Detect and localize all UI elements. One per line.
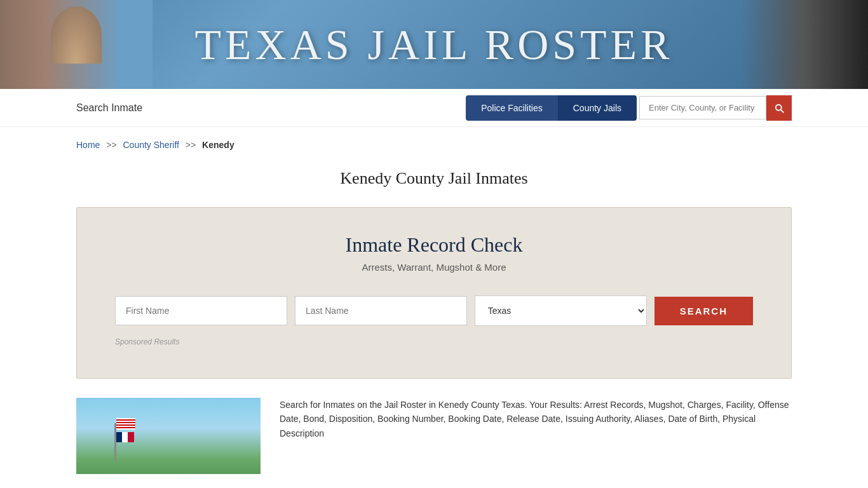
record-check-title: Inmate Record Check [115, 233, 753, 257]
record-search-button[interactable]: SEARCH [654, 297, 753, 325]
breadcrumb-sep2: >> [186, 140, 196, 150]
police-facilities-button[interactable]: Police Facilities [466, 95, 557, 121]
record-check-subtitle: Arrests, Warrant, Mugshot & More [115, 262, 753, 273]
banner-right-decoration [741, 0, 868, 89]
page-title: Kenedy County Jail Inmates [0, 169, 868, 188]
nav-search-wrapper [639, 95, 792, 121]
us-flag [116, 418, 135, 430]
banner-capitol-image [0, 0, 153, 89]
sponsored-label: Sponsored Results [115, 337, 753, 346]
site-title: Texas Jail Roster [194, 20, 673, 70]
bottom-description: Search for Inmates on the Jail Roster in… [280, 398, 792, 474]
header-banner: Texas Jail Roster [0, 0, 868, 89]
state-select[interactable]: AlabamaAlaskaArizonaArkansasCaliforniaCo… [475, 295, 647, 326]
breadcrumb: Home >> County Sheriff >> Kenedy [0, 127, 868, 163]
record-check-box: Inmate Record Check Arrests, Warrant, Mu… [76, 207, 792, 379]
nav-search-button[interactable] [766, 95, 792, 121]
county-jails-button[interactable]: County Jails [558, 95, 637, 121]
bottom-image [76, 398, 261, 474]
nav-buttons: Police Facilities County Jails [466, 95, 637, 121]
record-check-form: AlabamaAlaskaArizonaArkansasCaliforniaCo… [115, 295, 753, 326]
navbar-brand: Search Inmate [76, 102, 466, 114]
breadcrumb-home[interactable]: Home [76, 140, 100, 150]
navbar: Search Inmate Police Facilities County J… [0, 89, 868, 127]
breadcrumb-county-sheriff[interactable]: County Sheriff [123, 140, 179, 150]
capitol-dome [51, 6, 102, 64]
search-icon [773, 102, 785, 114]
bottom-section: Search for Inmates on the Jail Roster in… [76, 398, 792, 474]
breadcrumb-sep1: >> [106, 140, 116, 150]
last-name-input[interactable] [295, 296, 467, 325]
nav-search-input[interactable] [639, 96, 766, 119]
first-name-input[interactable] [115, 296, 287, 325]
texas-flag [116, 432, 134, 442]
breadcrumb-current: Kenedy [202, 140, 234, 150]
